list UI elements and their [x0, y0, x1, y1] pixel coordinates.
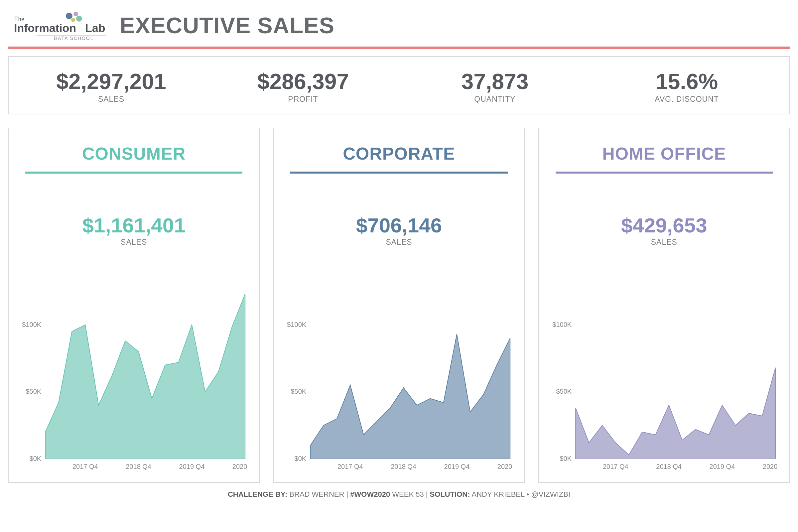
- svg-text:2018 Q4: 2018 Q4: [656, 463, 682, 470]
- accent-bar: [8, 46, 790, 49]
- segment-card-corporate: CORPORATE $706,146 SALES $0K$50K$100K201…: [273, 128, 525, 483]
- svg-text:$0K: $0K: [294, 455, 307, 462]
- metric-value: $2,297,201: [15, 69, 207, 94]
- page-title: EXECUTIVE SALES: [120, 12, 335, 38]
- svg-text:2019 Q4: 2019 Q4: [179, 463, 205, 470]
- area-chart: $0K$50K$100K2017 Q42018 Q42019 Q42020 Q4: [284, 281, 514, 475]
- metric-sales: $2,297,201 SALES: [15, 69, 207, 104]
- logo: The Information Lab DATA SCHOOL: [10, 10, 107, 41]
- svg-point-0: [66, 13, 73, 19]
- segment-sales: $429,653 SALES: [549, 213, 779, 247]
- segment-sales-value: $706,146: [284, 213, 514, 237]
- footer-challenge-label: CHALLENGE BY:: [228, 490, 287, 498]
- segment-underline: [290, 172, 507, 174]
- svg-text:2017 Q4: 2017 Q4: [73, 463, 98, 470]
- header: The Information Lab DATA SCHOOL EXECUTIV…: [8, 7, 790, 46]
- svg-text:2020 Q4: 2020 Q4: [762, 463, 779, 470]
- divider: [42, 271, 226, 271]
- footer-challenge-by: BRAD WERNER: [289, 490, 344, 498]
- metric-label: PROFIT: [207, 95, 399, 104]
- svg-text:$100K: $100K: [287, 321, 307, 328]
- metric-label: SALES: [15, 95, 207, 104]
- metrics-card: $2,297,201 SALES $286,397 PROFIT 37,873 …: [8, 56, 790, 114]
- metric-value: $286,397: [207, 69, 399, 94]
- divider: [572, 271, 756, 271]
- metric-discount: 15.6% AVG. DISCOUNT: [591, 69, 783, 104]
- svg-text:$0K: $0K: [559, 455, 572, 462]
- dashboard: The Information Lab DATA SCHOOL EXECUTIV…: [0, 0, 798, 532]
- metric-value: 37,873: [399, 69, 591, 94]
- footer-sep: |: [426, 490, 430, 498]
- segment-sales: $1,161,401 SALES: [19, 213, 249, 247]
- svg-text:2017 Q4: 2017 Q4: [603, 463, 628, 470]
- metric-quantity: 37,873 QUANTITY: [399, 69, 591, 104]
- svg-text:$50K: $50K: [291, 388, 307, 395]
- svg-text:2017 Q4: 2017 Q4: [338, 463, 363, 470]
- footer-tag: #WOW2020: [350, 490, 390, 498]
- svg-text:$100K: $100K: [22, 321, 41, 328]
- information-lab-logo-icon: The Information Lab DATA SCHOOL: [10, 10, 107, 41]
- segment-sales: $706,146 SALES: [284, 213, 514, 247]
- metric-label: QUANTITY: [399, 95, 591, 104]
- svg-text:2018 Q4: 2018 Q4: [126, 463, 151, 470]
- svg-text:Lab: Lab: [85, 22, 105, 34]
- svg-text:DATA SCHOOL: DATA SCHOOL: [54, 36, 94, 41]
- svg-text:$0K: $0K: [30, 455, 41, 462]
- area-chart: $0K$50K$100K2017 Q42018 Q42019 Q42020 Q4: [549, 281, 779, 475]
- svg-text:$100K: $100K: [552, 321, 572, 328]
- segment-sales-label: SALES: [19, 238, 249, 247]
- segment-sales-value: $1,161,401: [19, 213, 249, 237]
- footer: CHALLENGE BY: BRAD WERNER | #WOW2020 WEE…: [8, 483, 790, 504]
- segment-sales-label: SALES: [284, 238, 514, 247]
- svg-text:$50K: $50K: [556, 388, 572, 395]
- metric-value: 15.6%: [591, 69, 783, 94]
- segment-underline: [25, 172, 242, 174]
- svg-text:$50K: $50K: [25, 388, 41, 395]
- segment-title: HOME OFFICE: [549, 144, 779, 164]
- chart-home-office: $0K$50K$100K2017 Q42018 Q42019 Q42020 Q4: [549, 281, 779, 475]
- svg-point-1: [74, 12, 78, 16]
- segments-row: CONSUMER $1,161,401 SALES $0K$50K$100K20…: [8, 128, 790, 483]
- divider: [307, 271, 491, 271]
- footer-week: WEEK 53: [392, 490, 424, 498]
- metric-label: AVG. DISCOUNT: [591, 95, 783, 104]
- svg-text:2018 Q4: 2018 Q4: [391, 463, 417, 470]
- segment-sales-value: $429,653: [549, 213, 779, 237]
- svg-text:2020 Q4: 2020 Q4: [232, 463, 249, 470]
- svg-text:2019 Q4: 2019 Q4: [444, 463, 470, 470]
- area-chart: $0K$50K$100K2017 Q42018 Q42019 Q42020 Q4: [19, 281, 249, 475]
- metric-profit: $286,397 PROFIT: [207, 69, 399, 104]
- svg-text:2019 Q4: 2019 Q4: [709, 463, 735, 470]
- segment-title: CORPORATE: [284, 144, 514, 164]
- segment-underline: [556, 172, 773, 174]
- svg-point-2: [76, 16, 82, 22]
- chart-corporate: $0K$50K$100K2017 Q42018 Q42019 Q42020 Q4: [284, 281, 514, 475]
- segment-card-consumer: CONSUMER $1,161,401 SALES $0K$50K$100K20…: [8, 128, 260, 483]
- footer-solution-label: SOLUTION:: [430, 490, 470, 498]
- footer-solution-by: ANDY KRIEBEL • @VIZWIZBI: [472, 490, 571, 498]
- segment-card-home-office: HOME OFFICE $429,653 SALES $0K$50K$100K2…: [538, 128, 790, 483]
- segment-title: CONSUMER: [19, 144, 249, 164]
- chart-consumer: $0K$50K$100K2017 Q42018 Q42019 Q42020 Q4: [19, 281, 249, 475]
- svg-text:2020 Q4: 2020 Q4: [497, 463, 514, 470]
- svg-text:Information: Information: [14, 22, 76, 34]
- footer-sep: |: [346, 490, 350, 498]
- segment-sales-label: SALES: [549, 238, 779, 247]
